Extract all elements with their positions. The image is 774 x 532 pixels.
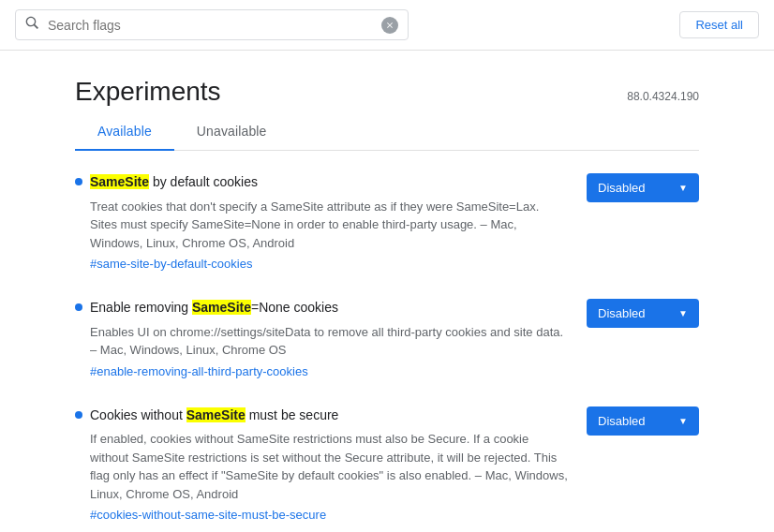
highlight-text: SameSite	[192, 300, 251, 315]
dropdown-label: Disabled	[598, 306, 646, 320]
experiment-content: SameSite by default cookies Treat cookie…	[90, 173, 568, 271]
disabled-dropdown[interactable]: Disabled ▼	[587, 173, 699, 202]
version-text: 88.0.4324.190	[627, 90, 699, 112]
experiment-title: SameSite by default cookies	[90, 173, 568, 192]
experiment-description: Treat cookies that don't specify a SameS…	[90, 198, 568, 253]
experiment-item: SameSite by default cookies Treat cookie…	[75, 173, 699, 271]
search-bar: SameSite Reset all	[0, 0, 774, 51]
active-dot	[75, 178, 82, 185]
highlight-text: SameSite	[90, 174, 149, 189]
chevron-down-icon: ▼	[678, 416, 688, 426]
search-icon	[25, 16, 40, 34]
disabled-dropdown[interactable]: Disabled ▼	[587, 299, 699, 328]
reset-all-button[interactable]: Reset all	[679, 11, 759, 38]
title-rest: must be secure	[246, 407, 339, 422]
experiment-item: Cookies without SameSite must be secure …	[75, 406, 699, 523]
experiment-content: Cookies without SameSite must be secure …	[90, 406, 568, 523]
disabled-dropdown[interactable]: Disabled ▼	[587, 406, 699, 436]
title-prefix: Enable removing	[90, 300, 192, 315]
title-rest: by default cookies	[149, 174, 258, 189]
tab-unavailable[interactable]: Unavailable	[174, 112, 290, 150]
page-title: Experiments	[75, 51, 221, 112]
dropdown-wrap: Disabled ▼	[587, 299, 699, 328]
experiment-link[interactable]: #same-site-by-default-cookies	[90, 257, 252, 271]
title-prefix: Cookies without	[90, 407, 186, 422]
tabs-bar: Available Unavailable	[75, 112, 699, 151]
main-content: Experiments 88.0.4324.190 Available Unav…	[0, 51, 774, 522]
active-dot	[75, 411, 82, 419]
clear-icon[interactable]	[381, 17, 398, 34]
experiment-title: Enable removing SameSite=None cookies	[90, 299, 568, 318]
dropdown-wrap: Disabled ▼	[587, 173, 699, 202]
active-dot	[75, 303, 82, 311]
chevron-down-icon: ▼	[678, 308, 688, 318]
experiment-description: If enabled, cookies without SameSite res…	[90, 430, 568, 503]
experiment-content: Enable removing SameSite=None cookies En…	[90, 299, 568, 378]
experiment-description: Enables UI on chrome://settings/siteData…	[90, 323, 568, 360]
search-input[interactable]: SameSite	[48, 18, 374, 33]
experiment-title: Cookies without SameSite must be secure	[90, 406, 568, 425]
chevron-down-icon: ▼	[678, 183, 688, 193]
experiment-item: Enable removing SameSite=None cookies En…	[75, 299, 699, 378]
title-rest: =None cookies	[251, 300, 338, 315]
tab-available[interactable]: Available	[75, 112, 174, 150]
dropdown-wrap: Disabled ▼	[587, 406, 699, 436]
search-input-wrap: SameSite	[15, 9, 409, 40]
dropdown-label: Disabled	[598, 181, 646, 195]
highlight-text: SameSite	[186, 407, 246, 422]
dropdown-label: Disabled	[598, 414, 646, 428]
experiment-link[interactable]: #enable-removing-all-third-party-cookies	[90, 364, 308, 378]
experiment-link[interactable]: #cookies-without-same-site-must-be-secur…	[90, 508, 326, 522]
